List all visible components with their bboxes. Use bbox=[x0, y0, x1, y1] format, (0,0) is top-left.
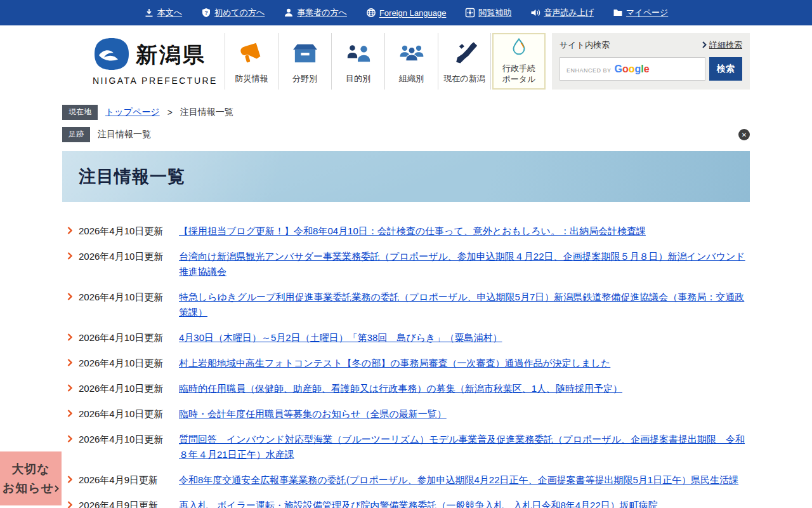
utility-link-foreign-language[interactable]: Foreign Language bbox=[366, 8, 447, 18]
business-icon bbox=[284, 8, 294, 18]
site-logo[interactable]: 新潟県 NIIGATA PREFECTURE bbox=[62, 33, 225, 90]
news-list-item: 2026年4月9日更新 令和8年度交通安全広報事業業務の委託(プロポーザル、参加… bbox=[62, 467, 750, 493]
utility-nav: 本文へ ? 初めての方へ 事業者の方へ Foreign Language 閲覧補… bbox=[0, 0, 812, 25]
utility-link-accessibility[interactable]: 閲覧補助 bbox=[465, 7, 511, 18]
news-date: 2026年4月9日更新 bbox=[79, 498, 179, 508]
nav-item-current-niigata[interactable]: 現在の新潟 bbox=[438, 33, 491, 90]
news-list-item: 2026年4月10日更新 質問回答 インバウンド対応型海業（ブルーツーリズム）モ… bbox=[62, 427, 750, 467]
nav-item-by-field[interactable]: 分野別 bbox=[278, 33, 331, 90]
utility-label: 閲覧補助 bbox=[478, 7, 511, 18]
globe-icon bbox=[366, 8, 376, 18]
news-link[interactable]: 特急しらゆきグループ利用促進事業委託業務の委託（プロポーザル、申込期限5月7日）… bbox=[179, 290, 750, 320]
breadcrumb-separator: > bbox=[167, 107, 173, 117]
nav-label: 組織別 bbox=[399, 73, 424, 84]
skip-to-content-icon bbox=[144, 8, 154, 18]
niigata-logo-mark-icon bbox=[93, 37, 131, 73]
nav-label: 目的別 bbox=[346, 73, 370, 84]
utility-link-text-to-speech[interactable]: 音声読み上げ bbox=[530, 7, 594, 18]
utility-label: マイページ bbox=[626, 7, 668, 18]
news-date: 2026年4月10日更新 bbox=[79, 406, 179, 422]
news-date: 2026年4月9日更新 bbox=[79, 472, 179, 488]
nav-label: 現在の新潟 bbox=[443, 73, 485, 84]
news-link[interactable]: 質問回答 インバウンド対応型海業（ブルーツーリズム）モデル事業普及促進業務委託（… bbox=[179, 432, 750, 462]
breadcrumb-current: 注目情報一覧 bbox=[180, 107, 233, 118]
site-header: 新潟県 NIIGATA PREFECTURE 防災情報 分野別 bbox=[0, 25, 812, 95]
history-item: 注目情報一覧 bbox=[98, 129, 151, 140]
news-date: 2026年4月10日更新 bbox=[79, 224, 179, 239]
nav-item-by-purpose[interactable]: 目的別 bbox=[331, 33, 384, 90]
news-link[interactable]: 村上岩船地域中高生フォトコンテスト【冬の部】の事務局審査（一次審査）通過作品が決… bbox=[179, 356, 750, 371]
news-list-item: 2026年4月10日更新 村上岩船地域中高生フォトコンテスト【冬の部】の事務局審… bbox=[62, 351, 750, 376]
news-link[interactable]: 令和8年度交通安全広報事業業務の委託(プロポーザル、参加申込期限4月22日正午、… bbox=[179, 472, 750, 488]
news-link[interactable]: 4月30日（木曜日）～5月2日（土曜日）「第38回 島びらき」（粟島浦村） bbox=[179, 330, 750, 345]
utility-link-first-time[interactable]: ? 初めての方へ bbox=[201, 7, 265, 18]
search-input[interactable]: enhanced by Google bbox=[560, 57, 705, 81]
news-list-item: 2026年4月10日更新 特急しらゆきグループ利用促進事業委託業務の委託（プロポ… bbox=[62, 284, 750, 325]
important-notice-button[interactable]: 大切な お知らせ bbox=[0, 451, 62, 505]
droplet-icon bbox=[508, 37, 530, 62]
nav-label: 防災情報 bbox=[235, 73, 268, 84]
group-icon bbox=[398, 37, 426, 70]
box-icon bbox=[292, 37, 318, 70]
chevron-right-icon bbox=[702, 41, 707, 50]
utility-link-business[interactable]: 事業者の方へ bbox=[284, 7, 347, 18]
utility-link-mypage[interactable]: マイページ bbox=[613, 7, 668, 18]
utility-label: 事業者の方へ bbox=[297, 7, 347, 18]
close-history-icon[interactable]: ✕ bbox=[738, 129, 750, 140]
utility-label: 本文へ bbox=[157, 7, 182, 18]
utility-label: 音声読み上げ bbox=[544, 7, 594, 18]
notice-line2: お知らせ bbox=[3, 481, 54, 495]
news-list-item: 2026年4月9日更新 再入札 ボイラー運転・施設設備管理及び院内警備業務委託（… bbox=[62, 493, 750, 508]
news-link[interactable]: 台湾向け新潟県観光アンバサダー事業業務委託（プロポーザル、参加申込期限４月22日… bbox=[179, 249, 750, 279]
site-search: サイト内検索 詳細検索 enhanced by Google 検索 bbox=[552, 33, 750, 90]
news-date: 2026年4月10日更新 bbox=[79, 249, 179, 264]
breadcrumb: 現在地 トップページ > 注目情報一覧 足跡 注目情報一覧 ✕ bbox=[62, 95, 750, 142]
utility-link-skip-to-content[interactable]: 本文へ bbox=[144, 7, 182, 18]
chevron-right-icon bbox=[67, 410, 72, 417]
news-link[interactable]: 臨時的任用職員（保健師、助産師、看護師又は行政事務）の募集（新潟市秋葉区、1人、… bbox=[179, 381, 750, 396]
chevron-right-icon bbox=[67, 333, 72, 341]
logo-subtitle: NIIGATA PREFECTURE bbox=[93, 76, 225, 86]
news-date: 2026年4月10日更新 bbox=[79, 330, 179, 345]
news-list-item: 2026年4月10日更新 臨時的任用職員（保健師、助産師、看護師又は行政事務）の… bbox=[62, 376, 750, 401]
chevron-right-icon bbox=[67, 384, 72, 392]
news-date: 2026年4月10日更新 bbox=[79, 381, 179, 396]
news-list-item: 2026年4月10日更新 【採用担当ブログ更新！】令和8年04月10日：会計検査… bbox=[62, 218, 750, 244]
chevron-right-icon bbox=[55, 485, 59, 492]
niigata-map-icon bbox=[450, 37, 478, 70]
nav-item-by-organization[interactable]: 組織別 bbox=[384, 33, 438, 90]
breadcrumb-home-link[interactable]: トップページ bbox=[105, 107, 160, 118]
history-badge: 足跡 bbox=[62, 127, 90, 142]
news-list-item: 2026年4月10日更新 臨時・会計年度任用職員等募集のお知らせ（全県の最新一覧… bbox=[62, 401, 750, 427]
main-nav: 防災情報 分野別 目的別 組織別 bbox=[225, 33, 546, 90]
utility-label: 初めての方へ bbox=[214, 7, 265, 18]
chevron-right-icon bbox=[67, 476, 72, 483]
news-date: 2026年4月10日更新 bbox=[79, 290, 179, 305]
nav-item-disaster-info[interactable]: 防災情報 bbox=[225, 33, 278, 90]
location-badge: 現在地 bbox=[62, 105, 98, 120]
chevron-right-icon bbox=[67, 435, 72, 443]
nav-item-procedure-portal[interactable]: 行政手続ポータル bbox=[492, 33, 546, 90]
text-to-speech-icon bbox=[530, 8, 540, 18]
chevron-right-icon bbox=[67, 252, 72, 260]
mypage-icon bbox=[613, 8, 623, 18]
notice-line1: 大切な bbox=[11, 462, 49, 476]
news-list-item: 2026年4月10日更新 4月30日（木曜日）～5月2日（土曜日）「第38回 島… bbox=[62, 325, 750, 351]
news-link[interactable]: 臨時・会計年度任用職員等募集のお知らせ（全県の最新一覧） bbox=[179, 406, 750, 422]
news-link[interactable]: 再入札 ボイラー運転・施設設備管理及び院内警備業務委託（一般競争入札、入札日令和… bbox=[179, 498, 750, 508]
chevron-right-icon bbox=[67, 501, 72, 508]
news-link[interactable]: 【採用担当ブログ更新！】令和8年04月10日：会計検査の仕事って、意外とおもしろ… bbox=[179, 224, 750, 239]
accessibility-icon bbox=[465, 8, 475, 18]
portal-label: 行政手続ポータル bbox=[502, 64, 536, 85]
svg-text:?: ? bbox=[204, 10, 207, 16]
page-title: 注目情報一覧 bbox=[62, 151, 750, 202]
utility-label: Foreign Language bbox=[379, 8, 447, 18]
advanced-search-link[interactable]: 詳細検索 bbox=[702, 39, 742, 51]
search-label: サイト内検索 bbox=[560, 39, 610, 51]
search-button[interactable]: 検索 bbox=[709, 57, 742, 81]
logo-title: 新潟県 bbox=[136, 41, 206, 70]
two-people-icon bbox=[346, 37, 371, 70]
chevron-right-icon bbox=[67, 227, 72, 234]
first-time-icon: ? bbox=[201, 8, 211, 18]
chevron-right-icon bbox=[67, 359, 72, 366]
